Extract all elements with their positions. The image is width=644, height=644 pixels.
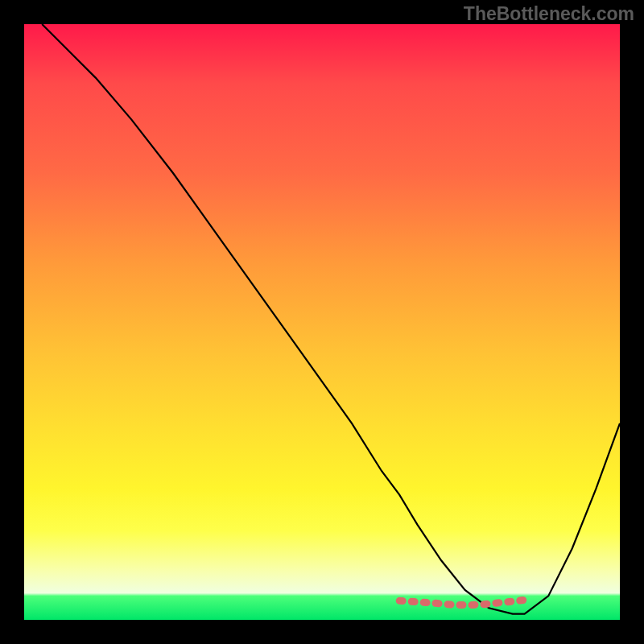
main-curve-line	[42, 24, 620, 614]
watermark-text: TheBottleneck.com	[464, 3, 634, 25]
chart-gradient-area	[24, 24, 620, 620]
chart-svg	[24, 24, 620, 620]
flat-zone-marker-line	[399, 599, 530, 605]
